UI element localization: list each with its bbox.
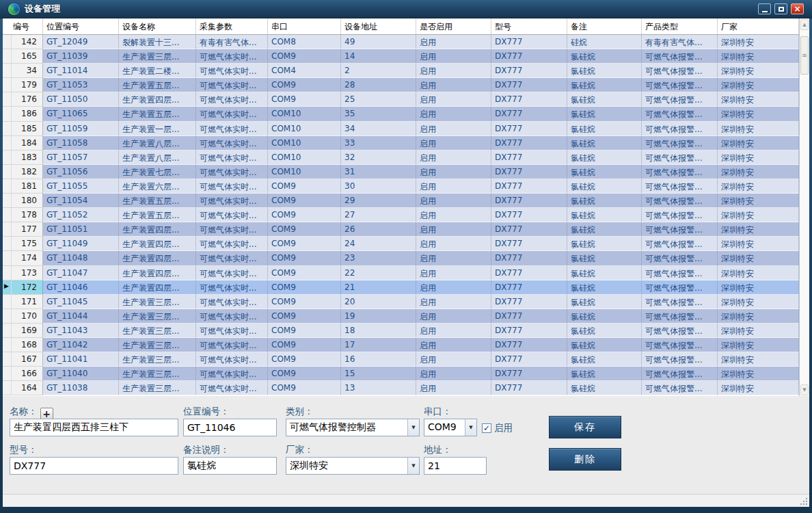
table-cell[interactable]: 深圳特安 — [718, 295, 799, 309]
table-cell[interactable]: 生产装置五层... — [119, 107, 196, 121]
table-cell[interactable]: 启用 — [416, 222, 491, 237]
table-cell[interactable]: COM4 — [268, 64, 341, 78]
table-cell[interactable]: 启用 — [416, 309, 491, 324]
table-cell[interactable]: 生产装置五层... — [119, 78, 196, 92]
table-cell[interactable]: 生产装置八层... — [119, 150, 196, 165]
table-cell[interactable]: 深圳特安 — [718, 92, 799, 107]
table-row[interactable]: 168GT_11042生产装置三层...可燃气体实时...COM917启用DX7… — [3, 338, 799, 352]
table-cell[interactable]: 可燃气体报警... — [642, 352, 718, 367]
table-cell[interactable]: 生产装置三层... — [119, 309, 196, 324]
table-cell[interactable]: GT_11042 — [43, 338, 119, 352]
table-cell[interactable]: 生产装置四层... — [119, 280, 196, 295]
row-header[interactable]: 185 — [3, 122, 43, 136]
table-cell[interactable]: COM10 — [268, 107, 341, 121]
table-cell[interactable]: 深圳特安 — [718, 338, 799, 352]
column-header[interactable]: 位置编号 — [43, 18, 119, 34]
row-header[interactable]: 173 — [3, 266, 43, 280]
table-cell[interactable]: 可燃气体实时... — [196, 194, 268, 208]
table-cell[interactable]: 生产装置三层... — [119, 324, 196, 338]
table-cell[interactable]: 生产装置八层... — [119, 136, 196, 150]
table-cell[interactable]: COM10 — [268, 136, 341, 150]
model-input[interactable] — [10, 457, 178, 475]
table-cell[interactable]: 可燃气体实时... — [196, 237, 268, 251]
location-input[interactable] — [183, 419, 277, 436]
table-cell[interactable]: DX777 — [491, 309, 567, 324]
table-cell[interactable]: 氯硅烷 — [567, 208, 642, 222]
row-header[interactable]: ▶172 — [3, 280, 43, 295]
table-cell[interactable]: 生产装置四层... — [119, 266, 196, 280]
table-cell[interactable]: 启用 — [416, 208, 491, 222]
table-cell[interactable]: GT_11046 — [43, 280, 119, 295]
table-cell[interactable]: 可燃气体报警... — [642, 179, 718, 194]
table-cell[interactable]: DX777 — [491, 324, 567, 338]
table-row[interactable]: 177GT_11051生产装置四层...可燃气体实时...COM926启用DX7… — [3, 222, 799, 237]
table-cell[interactable]: 可燃气体报警... — [642, 338, 718, 352]
table-cell[interactable]: 启用 — [416, 92, 491, 107]
table-row[interactable]: 171GT_11045生产装置三层...可燃气体实时...COM920启用DX7… — [3, 295, 799, 309]
table-cell[interactable]: 可燃气体报警... — [642, 237, 718, 251]
table-cell[interactable]: 14 — [341, 49, 416, 64]
table-cell[interactable]: 可燃气体实时... — [196, 179, 268, 194]
table-cell[interactable]: 可燃气体报警... — [642, 165, 718, 179]
table-row[interactable]: 174GT_11048生产装置四层...可燃气体实时...COM923启用DX7… — [3, 251, 799, 265]
row-header[interactable]: 34 — [3, 64, 43, 78]
scroll-down-icon[interactable]: ▼ — [800, 384, 809, 395]
table-row[interactable]: 183GT_11057生产装置八层...可燃气体实时...COM1032启用DX… — [3, 150, 799, 165]
table-cell[interactable]: 32 — [341, 150, 416, 165]
row-header[interactable]: 176 — [3, 92, 43, 107]
table-cell[interactable]: 可燃气体实时... — [196, 222, 268, 237]
table-cell[interactable]: 深圳特安 — [718, 150, 799, 165]
category-select[interactable]: 可燃气体报警控制器 ▼ — [286, 419, 420, 436]
row-header[interactable]: 181 — [3, 179, 43, 194]
table-cell[interactable]: 可燃气体实时... — [196, 280, 268, 295]
table-cell[interactable]: 可燃气体实时... — [196, 136, 268, 150]
row-header[interactable]: 182 — [3, 165, 43, 179]
table-row[interactable]: 167GT_11041生产装置三层...可燃气体实时...COM916启用DX7… — [3, 352, 799, 367]
address-input[interactable] — [424, 457, 487, 475]
resize-grip-icon[interactable] — [799, 497, 808, 505]
table-cell[interactable]: 启用 — [416, 78, 491, 92]
table-row[interactable]: 142GT_12049裂解装置十三...有毒有害气体...COM849启用DX7… — [3, 35, 799, 49]
row-header[interactable]: 142 — [3, 35, 43, 49]
row-header[interactable]: 167 — [3, 352, 43, 367]
table-cell[interactable]: 可燃气体报警... — [642, 280, 718, 295]
table-cell[interactable]: DX777 — [491, 237, 567, 251]
table-cell[interactable]: COM9 — [268, 194, 341, 208]
table-cell[interactable]: 氯硅烷 — [567, 338, 642, 352]
table-cell[interactable]: 生产装置三层... — [119, 49, 196, 64]
table-cell[interactable]: DX777 — [491, 295, 567, 309]
table-cell[interactable]: 启用 — [416, 367, 491, 381]
table-cell[interactable]: DX777 — [491, 179, 567, 194]
table-cell[interactable]: DX777 — [491, 64, 567, 78]
table-cell[interactable]: 启用 — [416, 381, 491, 395]
table-cell[interactable]: 氯硅烷 — [567, 150, 642, 165]
row-header[interactable]: 165 — [3, 49, 43, 64]
table-cell[interactable]: 20 — [341, 295, 416, 309]
table-cell[interactable]: 23 — [341, 251, 416, 265]
table-cell[interactable]: 生产装置三层... — [119, 295, 196, 309]
table-cell[interactable]: 可燃气体实时... — [196, 251, 268, 265]
table-cell[interactable]: 30 — [341, 179, 416, 194]
table-cell[interactable]: 生产装置六层... — [119, 179, 196, 194]
table-cell[interactable]: GT_11045 — [43, 295, 119, 309]
table-cell[interactable]: DX777 — [491, 35, 567, 49]
table-row[interactable]: 164GT_11038生产装置三层...可燃气体实时...COM913启用DX7… — [3, 381, 799, 395]
table-cell[interactable]: 21 — [341, 280, 416, 295]
table-cell[interactable]: 氯硅烷 — [567, 324, 642, 338]
table-cell[interactable]: 启用 — [416, 352, 491, 367]
table-cell[interactable]: DX777 — [491, 150, 567, 165]
table-row[interactable]: 169GT_11043生产装置三层...可燃气体实时...COM918启用DX7… — [3, 324, 799, 338]
column-header[interactable]: 厂家 — [718, 18, 799, 34]
table-row[interactable]: 165GT_11039生产装置三层...可燃气体实时...COM914启用DX7… — [3, 49, 799, 64]
table-cell[interactable]: 深圳特安 — [718, 208, 799, 222]
table-cell[interactable]: 深圳特安 — [718, 367, 799, 381]
table-cell[interactable]: 启用 — [416, 150, 491, 165]
table-cell[interactable]: 可燃气体实时... — [196, 309, 268, 324]
table-row[interactable]: ▶172GT_11046生产装置四层...可燃气体实时...COM921启用DX… — [3, 280, 799, 295]
column-header[interactable]: 型号 — [491, 18, 567, 34]
table-cell[interactable]: 生产装置四层... — [119, 92, 196, 107]
table-cell[interactable]: GT_11055 — [43, 179, 119, 194]
close-button[interactable]: × — [791, 3, 804, 14]
table-cell[interactable]: COM10 — [268, 150, 341, 165]
row-header[interactable]: 177 — [3, 222, 43, 237]
